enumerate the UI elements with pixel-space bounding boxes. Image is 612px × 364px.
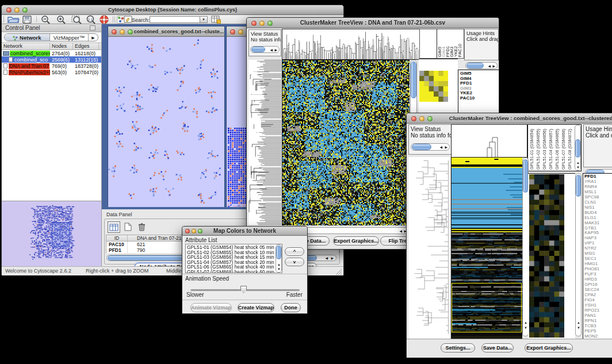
create-vizmap-button[interactable]: Create Vizmap — [238, 303, 274, 312]
network-overview-panel[interactable] — [2, 201, 101, 266]
svg-text:1:1: 1:1 — [88, 18, 93, 21]
treeview2-window: ClusterMaker TreeView : combined_scores_… — [406, 113, 612, 358]
treeview1-title: ClusterMaker TreeView : DNA and Tran 07-… — [247, 20, 499, 26]
network-overview-canvas[interactable] — [2, 201, 101, 264]
network-view-1-title: combined_scores_good.txt--cluste... — [133, 29, 224, 35]
treeview1-usage-scrollbar[interactable]: ◀ ▶ — [465, 62, 498, 69]
treeview2-button-bar: Settings... Save Data... Export Graphics… — [407, 339, 612, 358]
treeview2-usage-hints: Usage Hints Click and drag to move — [583, 124, 612, 167]
export-graphics-button[interactable]: Export Graphics... — [525, 343, 573, 352]
file-icon — [3, 63, 7, 68]
close-button[interactable] — [230, 29, 235, 35]
search-dropdown-button[interactable]: ▼ — [200, 16, 208, 23]
attribute-list-item[interactable]: GPL51-07 (GSM868) heat shock 60 min — [187, 270, 282, 274]
settings-button[interactable]: Settings... — [441, 343, 475, 352]
treeview1-column-label: PAC10 — [457, 44, 462, 57]
map-colors-dialog: Map Colors to Network Attribute List GPL… — [182, 226, 308, 314]
network-table-row[interactable]: combined_scores2764(0)16218(0) — [2, 50, 101, 56]
attribute-list[interactable]: GPL51-01 (GSM854) heat shock 05 minGPL51… — [185, 244, 282, 273]
tabs-more-button[interactable]: ▶ — [88, 34, 98, 41]
control-panel-tabs: Network VizMapper™ ▶ — [2, 32, 101, 43]
treeview1-row-dendrogram[interactable] — [248, 60, 281, 225]
new-attribute-icon[interactable] — [121, 221, 134, 233]
control-panel-float-icon[interactable] — [90, 25, 95, 30]
dialog-titlebar[interactable]: Map Colors to Network — [182, 227, 307, 236]
slider-thumb[interactable] — [240, 286, 247, 293]
move-up-button[interactable]: ^ — [285, 247, 304, 256]
network-view-window-1: combined_scores_good.txt--cluste... — [108, 26, 225, 207]
faster-label: Faster — [286, 292, 303, 298]
treeview1-collabel-box: GIM5GIM4PFD1GIM3YKE2PAC10 — [419, 29, 464, 59]
treeview1-zoom-heatmap[interactable] — [419, 71, 448, 102]
status-right-click: Right-click + drag to ZOOM — [86, 268, 148, 274]
treeview2-collabel-scrollbar[interactable]: ▲ ▼ — [575, 125, 581, 171]
search-label: Search: — [132, 17, 150, 23]
export-graphics-button[interactable]: Export Graphics... — [333, 236, 379, 246]
treeview2-zoom-heatmap[interactable] — [529, 174, 564, 338]
data-panel-title: Data Panel — [106, 212, 132, 217]
treeview2-zoom-area — [528, 173, 575, 339]
treeview2-column-dendrogram[interactable] — [451, 124, 527, 158]
treeview2-view-status: View Status No status info for this view… — [408, 124, 452, 155]
dialog-title: Map Colors to Network — [182, 228, 307, 234]
treeview2-heatmap[interactable] — [451, 157, 522, 339]
close-button[interactable] — [112, 29, 117, 35]
minimize-button[interactable] — [120, 29, 125, 35]
tab-network[interactable]: Network — [5, 34, 50, 41]
main-titlebar[interactable]: Cytoscape Desktop (Session Name: collins… — [2, 5, 343, 15]
file-icon — [3, 70, 7, 75]
attribute-select-icon[interactable] — [108, 221, 120, 233]
treeview2-column-label: GPL51-01 (GSM854) — [529, 129, 534, 170]
treeview1-status-scrollbar[interactable]: ◀ ▶ — [250, 46, 280, 53]
control-panel-title: Control Panel — [5, 25, 40, 31]
treeview1-row-label: PAC10 — [460, 96, 499, 101]
treeview2-column-label: GPL51-08 (GSM872) — [567, 129, 572, 170]
treeview2-row-dendrogram[interactable] — [408, 157, 450, 339]
animate-vizmap-button[interactable]: Animate Vizmap — [190, 303, 232, 312]
resize-grip[interactable] — [335, 269, 342, 277]
treeview2-column-label: GPL51-04 (GSM857) — [548, 129, 553, 170]
control-panel: Control Panel Network VizMapper™ ▶ Netwo… — [2, 24, 102, 266]
treeview2-status-scrollbar[interactable]: ◀ ▶ — [411, 143, 450, 151]
save-data-button[interactable]: Save Data... — [481, 343, 514, 352]
treeview1-usage-hints: Usage Hints Click and drag to move — [464, 29, 499, 60]
network-table-column-edges[interactable]: Edges — [73, 43, 99, 49]
folder-icon — [3, 51, 9, 56]
treeview2-column-label: GPL51-02 (GSM855) — [536, 129, 541, 170]
treeview2-column-label: GPL51-06 (GSM865) — [554, 129, 560, 170]
treeview2-titlebar[interactable]: ClusterMaker TreeView : combined_scores_… — [407, 113, 612, 124]
network-table-row[interactable]: combined_sco2569(6)13112(15) — [2, 56, 101, 63]
attribute-list-label: Attribute List — [185, 237, 217, 243]
treeview1-titlebar[interactable]: ClusterMaker TreeView : DNA and Tran 07-… — [247, 18, 499, 28]
tab-vizmapper[interactable]: VizMapper™ — [50, 34, 88, 41]
network-view-1-canvas[interactable] — [108, 37, 224, 207]
delete-attribute-icon[interactable] — [135, 221, 148, 233]
treeview1-column-dendrogram[interactable] — [282, 29, 420, 60]
slower-label: Slower — [186, 292, 204, 298]
move-down-button[interactable]: v — [285, 258, 304, 266]
treeview2-row-labels: PFD1YRA1RNR4MSL1SPC98CLN1NIS1BUD4ELG1MAK… — [583, 173, 612, 339]
treeview2-column-label: GPL51-07 (GSM868) — [561, 129, 566, 170]
network-table-row[interactable]: DNA and Tran 07769(0)183728(0) — [2, 63, 101, 69]
search-input[interactable] — [150, 16, 200, 23]
main-window-title: Cytoscape Desktop (Session Name: collins… — [2, 7, 343, 13]
network-tab-icon — [13, 36, 18, 41]
treeview2-column-labels: GPL51-01 (GSM854)GPL51-02 (GSM855)GPL51-… — [527, 124, 582, 171]
treeview2-title: ClusterMaker TreeView : combined_scores_… — [407, 115, 612, 121]
network-table: NetworkNodesEdges combined_scores2764(0)… — [2, 43, 101, 223]
treeview1-view-status: View Status No status info for this view… — [248, 29, 281, 56]
network-table-row[interactable]: RNAPuberNov2+l563(0)107847(0) — [2, 69, 101, 75]
attr-col-id: ID — [106, 235, 128, 241]
treeview1-heatmap[interactable] — [282, 60, 410, 225]
attribute-list-scrollbar[interactable]: ▲ ▼ — [276, 244, 282, 273]
treeview2-vscrollbar2[interactable]: ▲ ▼ — [575, 173, 582, 336]
treeview2-column-label: GPL51-03 (GSM856) — [542, 129, 547, 170]
minimize-button[interactable] — [238, 29, 243, 35]
status-welcome: Welcome to Cytoscape 2.6.2 — [5, 268, 71, 274]
animation-speed-label: Animation Speed — [185, 275, 229, 282]
done-button[interactable]: Done — [281, 303, 301, 312]
file-icon — [9, 57, 13, 62]
network-table-column-nodes[interactable]: Nodes — [50, 43, 73, 49]
zoom-button[interactable] — [128, 29, 133, 35]
network-table-column-network[interactable]: Network — [2, 43, 50, 49]
